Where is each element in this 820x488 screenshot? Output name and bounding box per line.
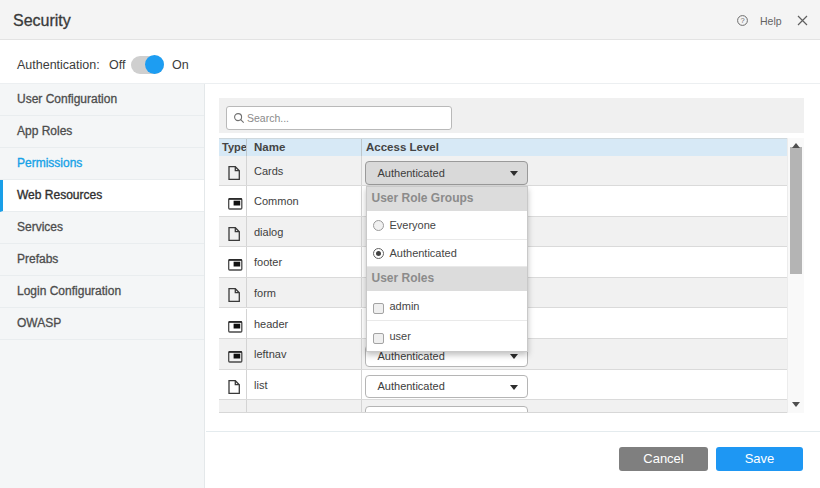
svg-text:?: ? [740, 16, 744, 25]
